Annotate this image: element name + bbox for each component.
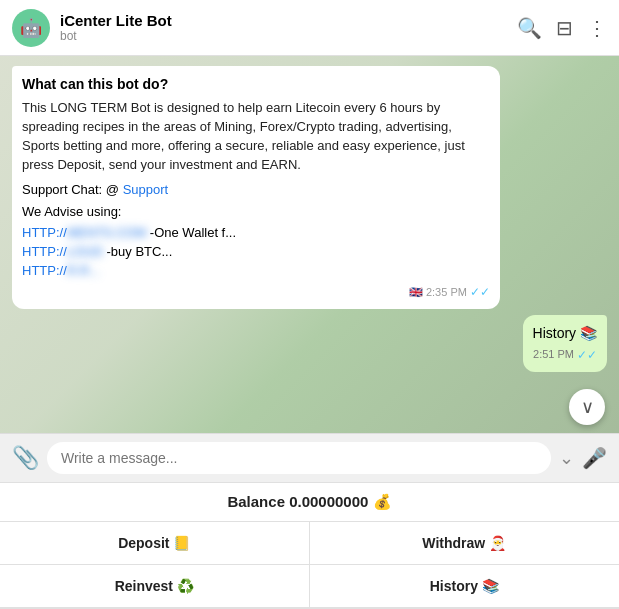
support-username bbox=[119, 182, 123, 197]
chat-header: 🤖 iCenter Lite Bot bot 🔍 ⊟ ⋮ bbox=[0, 0, 619, 56]
more-options-icon[interactable]: ⋮ bbox=[587, 16, 607, 40]
deposit-button[interactable]: Deposit 📒 bbox=[0, 522, 310, 565]
link-line-2: HTTP://LOUD -buy BTC... bbox=[22, 243, 490, 262]
history-msg-time: 2:51 PM ✓✓ bbox=[533, 347, 597, 364]
double-check-icon: ✓✓ bbox=[470, 284, 490, 301]
history-text: History 📚 bbox=[533, 323, 597, 343]
message-bot-info: What can this bot do? This LONG TERM Bot… bbox=[12, 66, 607, 309]
link-1[interactable]: HTTP://MENTS.COM bbox=[22, 225, 146, 240]
withdraw-button[interactable]: Withdraw 🎅 bbox=[310, 522, 620, 565]
search-icon[interactable]: 🔍 bbox=[517, 16, 542, 40]
reinvest-button[interactable]: Reinvest ♻️ bbox=[0, 565, 310, 608]
bot-avatar: 🤖 bbox=[12, 9, 50, 47]
columns-icon[interactable]: ⊟ bbox=[556, 16, 573, 40]
message-history: History 📚 2:51 PM ✓✓ bbox=[12, 315, 607, 372]
header-icons: 🔍 ⊟ ⋮ bbox=[517, 16, 607, 40]
advise-line: We Advise using: bbox=[22, 203, 490, 222]
balance-row: Balance 0.00000000 💰 bbox=[0, 483, 619, 522]
message-input[interactable] bbox=[47, 442, 551, 474]
bottom-buttons-panel: Balance 0.00000000 💰 Deposit 📒 Withdraw … bbox=[0, 482, 619, 609]
mic-icon[interactable]: 🎤 bbox=[582, 446, 607, 470]
bot-info-bubble: What can this bot do? This LONG TERM Bot… bbox=[12, 66, 500, 309]
support-prefix: Support Chat: @ bbox=[22, 182, 119, 197]
message-input-area: 📎 ⌄ 🎤 bbox=[0, 433, 619, 482]
flag-emoji: 🇬🇧 bbox=[409, 285, 423, 301]
support-link[interactable]: Support bbox=[123, 182, 169, 197]
chat-title: iCenter Lite Bot bbox=[60, 12, 517, 29]
balance-label: Balance 0.00000000 💰 bbox=[227, 493, 391, 510]
action-buttons-grid: Deposit 📒 Withdraw 🎅 Reinvest ♻️ History… bbox=[0, 522, 619, 609]
history-button[interactable]: History 📚 bbox=[310, 565, 620, 608]
chevron-down-icon: ∨ bbox=[581, 398, 594, 416]
support-line: Support Chat: @ Support bbox=[22, 181, 490, 200]
input-right-icons: ⌄ 🎤 bbox=[559, 446, 607, 470]
history-double-check-icon: ✓✓ bbox=[577, 347, 597, 364]
link-line-1: HTTP://MENTS.COM -One Wallet f... bbox=[22, 224, 490, 243]
attach-icon[interactable]: 📎 bbox=[12, 445, 39, 471]
link-line-3: HTTP://R.R... bbox=[22, 262, 490, 281]
messages-list: What can this bot do? This LONG TERM Bot… bbox=[12, 66, 607, 372]
history-bubble: History 📚 2:51 PM ✓✓ bbox=[523, 315, 607, 372]
bot-info-body: This LONG TERM Bot is designed to help e… bbox=[22, 99, 490, 174]
bot-info-title: What can this bot do? bbox=[22, 74, 490, 94]
header-info: iCenter Lite Bot bot bbox=[60, 12, 517, 43]
chat-subtitle: bot bbox=[60, 29, 517, 43]
link-2[interactable]: HTTP://LOUD bbox=[22, 244, 103, 259]
expand-icon[interactable]: ⌄ bbox=[559, 447, 574, 469]
chat-area: What can this bot do? This LONG TERM Bot… bbox=[0, 56, 619, 433]
link-3[interactable]: HTTP://R.R... bbox=[22, 263, 100, 278]
scroll-down-button[interactable]: ∨ bbox=[569, 389, 605, 425]
bot-msg-time: 🇬🇧 2:35 PM ✓✓ bbox=[22, 284, 490, 301]
